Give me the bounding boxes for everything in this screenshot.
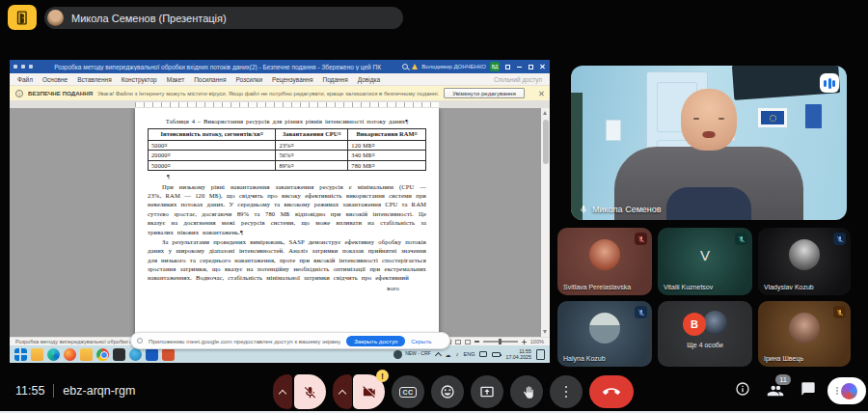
participant-name: Halyna Kozub: [563, 355, 606, 362]
mic-muted-icon: [833, 306, 846, 318]
scroll-up-icon[interactable]: [543, 111, 547, 115]
firefox-icon[interactable]: [64, 348, 76, 361]
user-initials-badge[interactable]: ВД: [490, 62, 500, 71]
document-area[interactable]: Таблиця 4 – Використання ресурсів для рі…: [10, 108, 550, 337]
weather-text: NEW - CRF: [405, 351, 430, 357]
mic-off-button[interactable]: [294, 374, 326, 409]
banner-close-icon[interactable]: [538, 91, 544, 96]
warning-icon: [412, 64, 418, 69]
battery-tray-icon[interactable]: [492, 352, 501, 357]
menu-design[interactable]: Конструктор: [122, 76, 157, 83]
table-caption: Таблиця 4 – Використання ресурсів для рі…: [148, 117, 426, 125]
weather-widget[interactable]: NEW - CRF: [393, 350, 430, 359]
mic-options-button[interactable]: [273, 374, 292, 409]
edge-browser-icon[interactable]: [47, 348, 60, 361]
meeting-details-button[interactable]: [735, 381, 750, 400]
chrome-icon[interactable]: [96, 348, 109, 361]
mic-muted-icon: [635, 306, 647, 318]
mic-on-icon: [579, 205, 588, 214]
menu-home[interactable]: Основне: [42, 76, 68, 83]
share-notice-text: Приложению meet.google.com предоставлен …: [149, 338, 340, 344]
app-icon-blue[interactable]: [129, 348, 142, 361]
people-panel-button[interactable]: 11: [767, 382, 784, 399]
eu-flag-poster: [758, 108, 787, 127]
menu-help[interactable]: Довідка: [358, 76, 380, 83]
extension-brain-icon: [841, 383, 857, 399]
file-explorer-icon[interactable]: [31, 348, 43, 361]
document-page[interactable]: Таблиця 4 – Використання ресурсів для рі…: [135, 108, 439, 337]
avatar-cluster: B: [683, 311, 727, 337]
network-tray-icon[interactable]: [479, 351, 487, 357]
wall-box: [606, 120, 621, 141]
scroll-down-icon[interactable]: [543, 330, 547, 334]
header-cell: Завантаження CPU¤: [276, 129, 348, 140]
restore-button[interactable]: [527, 63, 534, 70]
quick-access-icon[interactable]: [14, 65, 17, 69]
more-options-button[interactable]: [550, 375, 583, 408]
more-people-tile[interactable]: B Ще 4 особи: [658, 301, 752, 367]
speaker-tray-icon[interactable]: ♪: [456, 351, 459, 357]
close-button[interactable]: [538, 63, 546, 70]
reactions-button[interactable]: [431, 375, 464, 408]
present-button[interactable]: [471, 375, 503, 408]
header-cell: Інтенсивність потоку, сегментів/хв¤: [149, 129, 276, 140]
powerpoint-app-icon[interactable]: [162, 348, 175, 361]
minimize-button[interactable]: [515, 63, 523, 70]
tray-chevron-icon[interactable]: [435, 351, 442, 358]
document-scrollbar[interactable]: [541, 108, 550, 337]
zoom-in-icon[interactable]: [522, 340, 527, 344]
menu-layout[interactable]: Макет: [167, 76, 184, 83]
participant-tile[interactable]: Ірина Швець: [758, 301, 851, 367]
ribbon-options-button[interactable]: [503, 63, 511, 70]
word-user-name: Володимир ДОНЧЕНКО: [421, 64, 486, 69]
camera-options-button[interactable]: [333, 374, 352, 409]
menu-insert[interactable]: Вставлення: [77, 76, 112, 83]
quick-access-icon[interactable]: [21, 65, 25, 69]
app-logo[interactable]: [8, 5, 37, 30]
notification-center-icon[interactable]: [536, 349, 545, 360]
scrollbar-thumb[interactable]: [543, 120, 549, 164]
participant-tile[interactable]: Vladyslav Kozub: [758, 228, 851, 295]
extension-overlay-button[interactable]: [827, 377, 866, 404]
captions-button[interactable]: CC: [392, 375, 424, 408]
word-app-icon[interactable]: [146, 348, 158, 361]
print-layout-icon[interactable]: [455, 340, 461, 344]
protected-view-banner: БЕЗПЕЧНЕ ПОДАННЯ Увага! Файли з Інтернет…: [10, 86, 550, 100]
zoom-slider[interactable]: [483, 341, 518, 343]
participant-avatar: [589, 313, 620, 344]
taskbar-clock[interactable]: 11:55 17.04.2025: [505, 348, 531, 361]
zoom-out-icon[interactable]: [475, 341, 479, 342]
start-button[interactable]: [14, 348, 27, 361]
participant-avatar: [703, 311, 727, 335]
stop-sharing-button[interactable]: Закрыть доступ: [346, 336, 405, 346]
presenter-pill[interactable]: Микола Семенов (Презентація): [44, 7, 403, 29]
chat-panel-button[interactable]: [800, 381, 816, 400]
app-icon-dark[interactable]: [113, 348, 125, 361]
quick-access-icon[interactable]: [29, 65, 33, 69]
end-call-button[interactable]: [589, 375, 634, 408]
meeting-info: 11:55 ebz-arqn-rgm: [15, 372, 135, 410]
share-button[interactable]: Спільний доступ: [494, 76, 542, 83]
hide-share-bar-link[interactable]: Скрыть: [411, 338, 431, 344]
zoom-level[interactable]: 100%: [530, 339, 544, 344]
participant-tile[interactable]: Svitlava Pereiaslavska: [557, 228, 652, 295]
web-layout-icon[interactable]: [465, 340, 471, 344]
search-icon[interactable]: [402, 64, 408, 69]
weather-icon: [393, 350, 402, 359]
enable-editing-button[interactable]: Увімкнути редагування: [444, 88, 525, 98]
menu-file[interactable]: Файл: [17, 76, 33, 83]
menu-mailings[interactable]: Розсилки: [235, 76, 262, 83]
cloud-tray-icon[interactable]: ☁: [446, 351, 451, 358]
menu-view[interactable]: Подання: [322, 76, 347, 83]
speaker-head: [681, 89, 737, 151]
menu-references[interactable]: Посилання: [194, 76, 226, 83]
menu-review[interactable]: Рецензування: [272, 76, 312, 83]
participant-tile[interactable]: Halyna Kozub: [557, 301, 652, 367]
speaker-video-tile[interactable]: Микола Семенов: [571, 66, 847, 220]
raise-hand-button[interactable]: [510, 375, 543, 408]
participant-tile[interactable]: V Vitalii Kuznetsov: [658, 228, 752, 295]
shared-screen[interactable]: Розробка методу випереджувальної обробки…: [10, 60, 550, 363]
folder-icon[interactable]: [80, 348, 93, 361]
language-indicator[interactable]: ENG: [464, 351, 475, 357]
taskbar-date: 17.04.2025: [505, 354, 531, 360]
